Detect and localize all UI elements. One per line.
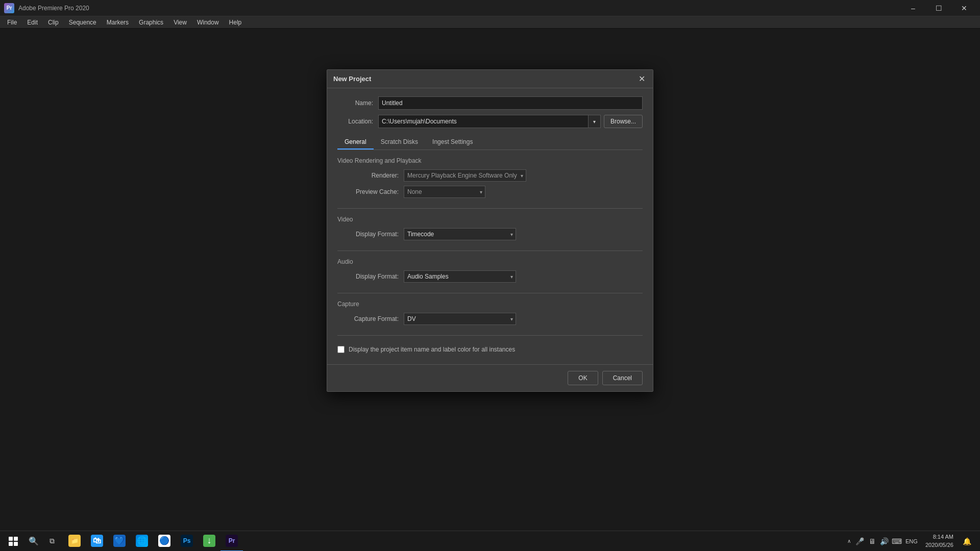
ok-button[interactable]: OK — [568, 371, 598, 385]
video-display-format-label: Display Format: — [337, 231, 404, 238]
video-display-format-row: Display Format: Timecode — [337, 228, 643, 240]
window-controls: – ☐ ✕ — [901, 0, 976, 16]
windows-icon — [9, 537, 18, 546]
tab-ingest-settings[interactable]: Ingest Settings — [425, 135, 480, 149]
app-icon: Pr — [4, 3, 14, 13]
file-explorer-icon: 📁 — [68, 535, 81, 547]
renderer-select[interactable]: Mercury Playback Engine Software Only — [404, 169, 526, 182]
preview-cache-row: Preview Cache: None — [337, 186, 643, 198]
taskbar-task-view-button[interactable]: ⧉ — [43, 532, 61, 550]
menu-sequence[interactable]: Sequence — [64, 18, 102, 27]
maximize-button[interactable]: ☐ — [927, 0, 950, 16]
tray-speaker-icon[interactable]: 🔊 — [879, 536, 890, 546]
capture-format-row: Capture Format: DV — [337, 313, 643, 325]
minimize-button[interactable]: – — [901, 0, 925, 16]
cancel-button[interactable]: Cancel — [602, 371, 643, 385]
capture-title: Capture — [337, 300, 643, 308]
download-icon: ↓ — [203, 535, 215, 547]
location-select[interactable]: C:\Users\mujah\Documents — [378, 115, 589, 128]
video-rendering-section: Video Rendering and Playback Renderer: M… — [337, 157, 643, 209]
tray-chevron[interactable]: ∧ — [845, 537, 853, 545]
tray-language[interactable]: ENG — [904, 536, 919, 546]
renderer-label: Renderer: — [337, 172, 404, 179]
menu-markers[interactable]: Markers — [102, 18, 134, 27]
capture-section: Capture Capture Format: DV — [337, 300, 643, 336]
edge-icon: 🌐 — [136, 535, 148, 547]
search-icon: 🔍 — [29, 536, 39, 546]
checkbox-row: Display the project item name and label … — [337, 343, 643, 356]
dialog-footer: OK Cancel — [327, 364, 653, 391]
taskbar-app-premiere[interactable]: Pr — [220, 531, 243, 552]
menu-edit[interactable]: Edit — [22, 18, 43, 27]
video-display-format-select[interactable]: Timecode — [404, 228, 516, 240]
taskbar-app-edge[interactable]: 🌐 — [131, 531, 153, 552]
name-row: Name: — [337, 96, 643, 110]
dialog-title: New Project — [333, 75, 371, 83]
menu-window[interactable]: Window — [192, 18, 224, 27]
audio-display-format-select[interactable]: Audio Samples — [404, 270, 516, 283]
audio-display-format-label: Display Format: — [337, 273, 404, 280]
display-checkbox[interactable] — [337, 346, 345, 353]
tray-monitor-icon[interactable]: 🖥 — [867, 536, 877, 546]
taskbar-app-ps[interactable]: Ps — [176, 531, 198, 552]
video-title: Video — [337, 216, 643, 223]
checkbox-label: Display the project item name and label … — [349, 346, 515, 353]
taskbar-app-chrome[interactable]: 🔵 — [153, 531, 176, 552]
tab-general[interactable]: General — [337, 135, 374, 149]
start-button[interactable] — [2, 531, 24, 552]
new-project-dialog: New Project ✕ Name: Location: C:\Users\m… — [327, 69, 653, 392]
capture-format-select[interactable]: DV — [404, 313, 516, 325]
close-button[interactable]: ✕ — [952, 0, 976, 16]
app-title: Adobe Premiere Pro 2020 — [18, 5, 901, 12]
tray-keyboard-icon[interactable]: ⌨ — [892, 536, 902, 546]
tab-scratch-disks[interactable]: Scratch Disks — [374, 135, 425, 149]
ps-icon: Ps — [181, 535, 193, 547]
location-dropdown-icon[interactable]: ▾ — [589, 115, 601, 128]
audio-title: Audio — [337, 258, 643, 265]
renderer-row: Renderer: Mercury Playback Engine Softwa… — [337, 169, 643, 182]
task-view-icon: ⧉ — [50, 537, 55, 545]
audio-display-format-row: Display Format: Audio Samples — [337, 270, 643, 283]
browse-button[interactable]: Browse... — [604, 115, 643, 128]
preview-cache-label: Preview Cache: — [337, 188, 404, 195]
name-input[interactable] — [378, 96, 643, 110]
dialog-close-button[interactable]: ✕ — [636, 74, 647, 84]
menu-file[interactable]: File — [2, 18, 22, 27]
taskbar-app-file-explorer[interactable]: 📁 — [63, 531, 86, 552]
dialog-content: Name: Location: C:\Users\mujah\Documents… — [327, 88, 653, 364]
location-select-wrap: C:\Users\mujah\Documents ▾ — [378, 115, 601, 128]
vscode-icon: 💙 — [113, 535, 126, 547]
notification-button[interactable]: 🔔 — [960, 531, 974, 552]
capture-format-label: Capture Format: — [337, 315, 404, 322]
clock-date: 2020/05/26 — [925, 541, 953, 549]
taskbar-pinned-apps: 📁 🛍 💙 🌐 🔵 Ps ↓ Pr — [63, 531, 243, 552]
preview-cache-select-wrap: None — [404, 186, 485, 198]
clock-time: 8:14 AM — [925, 533, 953, 541]
audio-display-format-wrap: Audio Samples — [404, 270, 516, 283]
tray-mic-icon[interactable]: 🎤 — [855, 536, 865, 546]
dialog-titlebar: New Project ✕ — [327, 70, 653, 88]
chrome-icon: 🔵 — [158, 535, 170, 547]
taskbar: 🔍 ⧉ 📁 🛍 💙 🌐 🔵 Ps ↓ Pr ∧ — [0, 531, 980, 551]
video-rendering-title: Video Rendering and Playback — [337, 157, 643, 164]
video-section: Video Display Format: Timecode — [337, 216, 643, 251]
taskbar-app-download[interactable]: ↓ — [198, 531, 220, 552]
system-clock[interactable]: 8:14 AM 2020/05/26 — [921, 533, 958, 549]
capture-format-wrap: DV — [404, 313, 516, 325]
tabs: General Scratch Disks Ingest Settings — [337, 135, 643, 150]
menu-view[interactable]: View — [168, 18, 192, 27]
notification-icon: 🔔 — [963, 537, 971, 545]
taskbar-app-vscode[interactable]: 💙 — [108, 531, 131, 552]
renderer-select-wrap: Mercury Playback Engine Software Only — [404, 169, 526, 182]
location-label: Location: — [337, 118, 378, 125]
menu-clip[interactable]: Clip — [43, 18, 64, 27]
menu-help[interactable]: Help — [224, 18, 247, 27]
menu-bar: File Edit Clip Sequence Markers Graphics… — [0, 16, 980, 29]
name-label: Name: — [337, 99, 378, 107]
taskbar-search-button[interactable]: 🔍 — [24, 532, 43, 550]
store-icon: 🛍 — [91, 535, 103, 547]
title-bar: Pr Adobe Premiere Pro 2020 – ☐ ✕ — [0, 0, 980, 16]
preview-cache-select[interactable]: None — [404, 186, 485, 198]
menu-graphics[interactable]: Graphics — [134, 18, 168, 27]
taskbar-app-store[interactable]: 🛍 — [86, 531, 108, 552]
